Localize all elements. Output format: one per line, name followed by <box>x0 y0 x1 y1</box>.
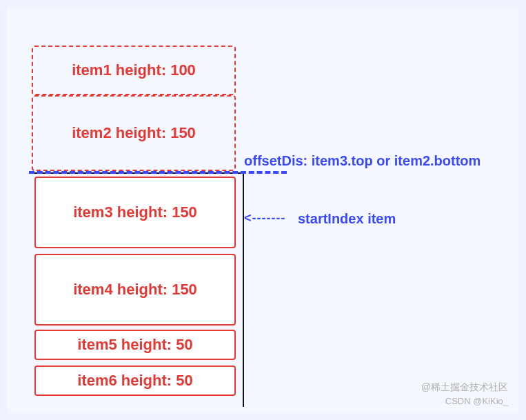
offset-dis-line <box>29 171 287 174</box>
visible-item-label: item5 height: 50 <box>77 336 192 354</box>
arrow-left-icon: <------- <box>244 211 285 226</box>
visible-item-label: item4 height: 150 <box>73 281 197 299</box>
ghost-item-label: item1 height: 100 <box>72 61 196 79</box>
diagram-stage: item1 height: 100 item2 height: 150 item… <box>7 7 519 413</box>
watermark-csdn: CSDN @KiKio_ <box>445 396 508 406</box>
watermark-juejin: @稀土掘金技术社区 <box>421 381 508 394</box>
visible-item-5: item5 height: 50 <box>34 330 236 360</box>
visible-item-label: item6 height: 50 <box>77 372 192 390</box>
annotation-offsetdis: offsetDis: item3.top or item2.bottom <box>244 153 481 169</box>
ghost-item-label: item2 height: 150 <box>72 124 196 142</box>
visible-item-4: item4 height: 150 <box>34 254 236 326</box>
ghost-item-1: item1 height: 100 <box>32 46 236 95</box>
visible-item-label: item3 height: 150 <box>73 203 197 221</box>
visible-item-3: item3 height: 150 <box>34 177 236 248</box>
ghost-item-2: item2 height: 150 <box>32 95 236 171</box>
visible-item-6: item6 height: 50 <box>34 366 236 396</box>
annotation-startindex: startIndex item <box>298 211 396 227</box>
